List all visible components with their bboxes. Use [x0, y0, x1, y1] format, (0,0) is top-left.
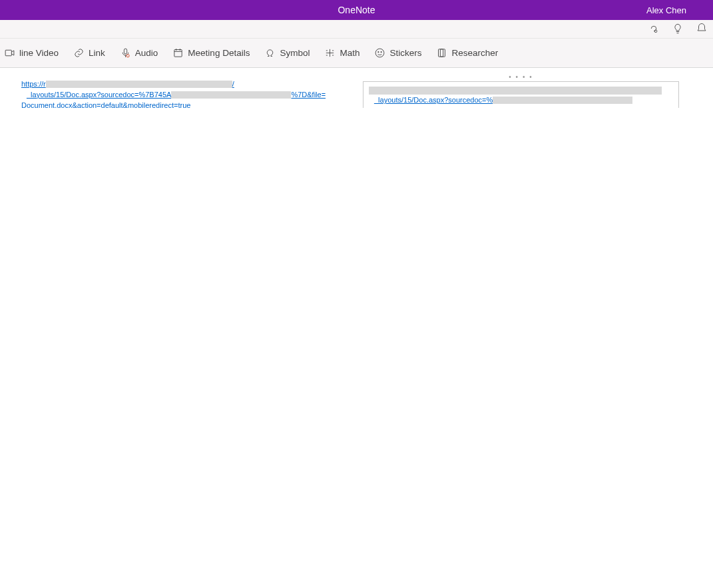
lightbulb-icon[interactable] [672, 23, 684, 37]
ppt-url-link[interactable]: _layouts/15/Doc.aspx?sourcedoc=% 7D&file… [366, 85, 676, 108]
online-video-button[interactable]: line Video [4, 47, 59, 59]
ribbon-row [0, 20, 713, 39]
symbol-label: Symbol [280, 48, 310, 58]
page-canvas[interactable]: https://r/ _layouts/15/Doc.aspx?sourcedo… [0, 68, 713, 108]
svg-rect-8 [439, 49, 443, 57]
meeting-details-label: Meeting Details [188, 48, 250, 58]
math-button[interactable]: Math [324, 47, 359, 59]
svg-rect-9 [441, 49, 445, 57]
word-url-mid1: _layouts/15/Doc.aspx?sourcedoc=%7B745A [27, 91, 171, 99]
online-video-label: line Video [19, 48, 59, 58]
insert-toolbar: line Video Link Audio Meeting Details Sy… [0, 39, 713, 68]
app-title: OneNote [338, 5, 375, 15]
svg-rect-2 [124, 49, 126, 54]
researcher-label: Researcher [451, 48, 498, 58]
svg-point-5 [376, 49, 385, 57]
audio-label: Audio [135, 48, 158, 58]
link-label: Link [89, 48, 105, 58]
word-embed-group: https://r/ _layouts/15/Doc.aspx?sourcedo… [21, 79, 328, 108]
svg-rect-1 [5, 50, 11, 56]
user-name[interactable]: Alex Chen [646, 5, 686, 15]
redacted-segment [46, 81, 232, 88]
word-url-link[interactable]: https://r/ _layouts/15/Doc.aspx?sourcedo… [21, 79, 328, 108]
ppt-embed-frame[interactable]: _layouts/15/Doc.aspx?sourcedoc=% 7D&file… [363, 81, 679, 108]
svg-rect-4 [174, 50, 182, 57]
ppt-url-line2: 7D&file=Presentation.pptx&action=edit&mo… [369, 107, 562, 108]
ppt-embed-group: • • • • _layouts/15/Doc.aspx?sourcedoc=%… [363, 73, 679, 108]
researcher-button[interactable]: Researcher [436, 47, 498, 59]
redacted-segment [369, 87, 662, 95]
svg-point-3 [126, 55, 129, 57]
sync-icon[interactable] [648, 23, 660, 37]
audio-button[interactable]: Audio [120, 47, 158, 59]
bell-icon[interactable] [696, 23, 708, 37]
math-label: Math [340, 48, 359, 58]
embed-top-dots[interactable]: • • • • [363, 73, 679, 80]
stickers-button[interactable]: Stickers [374, 47, 421, 59]
meeting-details-button[interactable]: Meeting Details [172, 47, 250, 59]
title-bar: OneNote Alex Chen [0, 0, 713, 20]
redacted-segment [171, 91, 291, 99]
svg-point-6 [378, 51, 379, 52]
ppt-url-line1: _layouts/15/Doc.aspx?sourcedoc=% [374, 96, 493, 104]
word-url-pre: https://r [21, 80, 46, 88]
svg-point-7 [381, 51, 381, 52]
redacted-segment [493, 97, 632, 104]
stickers-label: Stickers [389, 48, 421, 58]
link-button[interactable]: Link [73, 47, 105, 59]
symbol-button[interactable]: Symbol [264, 47, 310, 59]
